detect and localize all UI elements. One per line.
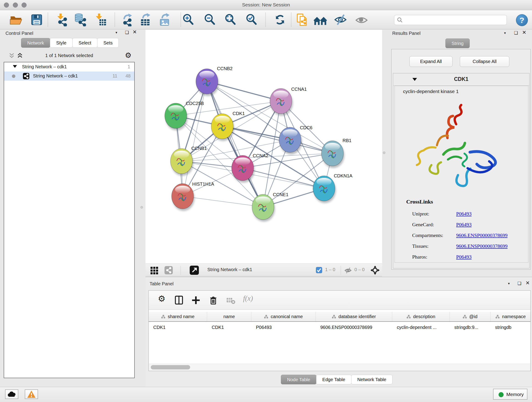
column-header-canonical-name[interactable]: canonical name [251,312,316,321]
column-header-description[interactable]: description [392,312,450,321]
export-image-icon[interactable] [158,13,172,26]
table-options-gear-icon[interactable]: ⚙ [158,294,165,304]
toolbar-separator [265,13,266,27]
import-table-icon[interactable] [94,13,107,26]
tab-node-table[interactable]: Node Table [281,375,317,384]
tab-sets[interactable]: Sets [97,38,119,48]
column-header-name[interactable]: name [207,312,251,321]
table-cell[interactable]: P06493 [251,322,316,332]
scrollbar-thumb[interactable] [151,365,190,370]
gene-section-header[interactable]: CDK1 [393,73,529,86]
table-cell[interactable]: CDK1 [149,322,207,332]
table-cell[interactable]: CDK1 [207,322,251,332]
network-collection-row[interactable]: String Network – cdk1 1 [4,62,134,71]
network-node-CDC6[interactable] [279,127,302,154]
copy-network-view-icon[interactable] [295,13,309,26]
control-panel: Control Panel ▾ ❏ ✕ NetworkStyleSelectSe… [3,30,136,380]
zoom-selected-icon[interactable] [245,13,258,26]
crosslink-value-link[interactable]: P06493 [456,222,472,228]
tab-edge-table[interactable]: Edge Table [316,375,351,384]
first-neighbors-icon[interactable] [314,13,327,26]
table-row[interactable]: CDK1CDK1P064939606.ENSP00000378699cyclin… [149,322,530,332]
network-overview-icon[interactable] [165,266,173,275]
import-network-file-icon[interactable] [55,13,68,26]
apply-layout-icon[interactable] [273,13,287,26]
network-node-CCNB2[interactable] [196,69,219,96]
float-panel-icon[interactable]: ❏ [516,281,523,286]
export-table-icon[interactable] [139,13,152,26]
panel-menu-icon[interactable]: ▾ [502,30,508,35]
create-column-icon[interactable] [191,296,201,306]
network-node-CDC25B[interactable] [165,103,188,130]
collapse-all-button[interactable]: Collapse All [460,56,509,67]
network-options-gear-icon[interactable]: ⚙ [125,51,132,60]
crosslink-value-link[interactable]: P06493 [456,211,472,217]
memory-button[interactable]: Memory [493,389,527,400]
network-node-RB1[interactable] [322,141,344,168]
column-header-namespace[interactable]: namespace [491,312,531,321]
table-cell[interactable]: cyclin-dependent ... [392,322,450,332]
network-node-CDKN1A[interactable] [313,176,336,203]
network-row-selected[interactable]: String Network – cdk1 11 48 [4,71,134,81]
panel-menu-icon[interactable]: ▾ [506,281,512,286]
network-node-CCNA1[interactable] [270,89,293,116]
selected-nodes-checkbox[interactable] [316,267,322,273]
network-node-CCNE1[interactable] [252,194,275,222]
table-cell[interactable]: stringdb:9... [450,322,491,332]
crosslink-row: Uniprot:P06493 [395,208,528,218]
column-header-shared-name[interactable]: shared name [149,312,207,321]
detach-view-icon[interactable] [190,266,199,276]
zoom-fit-icon[interactable] [224,13,237,26]
protein-structure-image [409,99,507,195]
table-cell[interactable]: 9606.ENSP00000378699 [316,322,392,332]
open-session-icon[interactable] [9,13,23,26]
gene-symbol: CDK1 [393,76,529,82]
crosslink-value-link[interactable]: P06493 [456,254,472,260]
tab-string[interactable]: String [445,38,470,48]
node-label-CCNB1: CCNB1 [191,146,207,151]
birds-eye-grid-icon[interactable] [150,266,158,275]
left-splitter-handle[interactable] [140,206,143,209]
column-header-@id[interactable]: @id [450,312,491,321]
network-view-canvas[interactable]: CCNB2CCNA1CDC25BCDK1CDC6RB1CCNB1CCNA2CDK… [146,30,382,264]
zoom-out-icon[interactable] [203,13,216,26]
help-button[interactable]: ? [516,14,528,26]
node-label-CDK1: CDK1 [233,111,245,116]
right-splitter-handle[interactable] [383,152,385,154]
crosslink-value-link[interactable]: 9606.ENSP00000378699 [456,232,507,238]
save-session-icon[interactable] [30,13,43,26]
collection-collapse-icon[interactable] [13,65,17,68]
show-columns-icon[interactable] [174,296,184,306]
tab-select[interactable]: Select [72,38,98,48]
tab-network-table[interactable]: Network Table [351,375,393,384]
close-panel-icon[interactable]: ✕ [521,30,527,36]
network-node-HIST1H1A[interactable] [172,184,195,211]
title-bar: Session: New Session [0,0,532,10]
table-horizontal-scrollbar[interactable] [149,364,530,370]
show-all-icon[interactable] [355,13,368,26]
tab-network[interactable]: Network [21,38,50,48]
panel-menu-icon[interactable]: ▾ [113,30,120,35]
network-node-CCNB1[interactable] [171,148,193,176]
expand-all-button[interactable]: Expand All [409,56,452,67]
crosslink-value-link[interactable]: 9606.ENSP00000378699 [456,243,507,249]
table-panel-title: Table Panel [150,281,174,287]
cloud-status-button[interactable] [5,389,18,399]
close-panel-icon[interactable]: ✕ [132,29,138,35]
zoom-in-icon[interactable] [182,13,195,26]
export-network-icon[interactable] [121,13,134,26]
column-header-database-identifier[interactable]: database identifier [316,312,392,321]
network-node-CCNA2[interactable] [232,155,254,183]
network-node-CDK1[interactable] [211,114,234,141]
reposition-crosshair-icon[interactable] [370,265,380,276]
close-panel-icon[interactable]: ✕ [525,280,531,286]
float-panel-icon[interactable]: ❏ [513,30,519,36]
float-panel-icon[interactable]: ❏ [124,30,130,35]
import-network-database-icon[interactable] [74,13,87,26]
warnings-button[interactable] [25,389,38,399]
table-cell[interactable]: stringdb [491,322,531,332]
delete-column-icon[interactable] [209,296,218,306]
search-input[interactable] [394,15,507,25]
tab-style[interactable]: Style [50,38,72,48]
hide-selected-icon[interactable] [334,13,347,26]
